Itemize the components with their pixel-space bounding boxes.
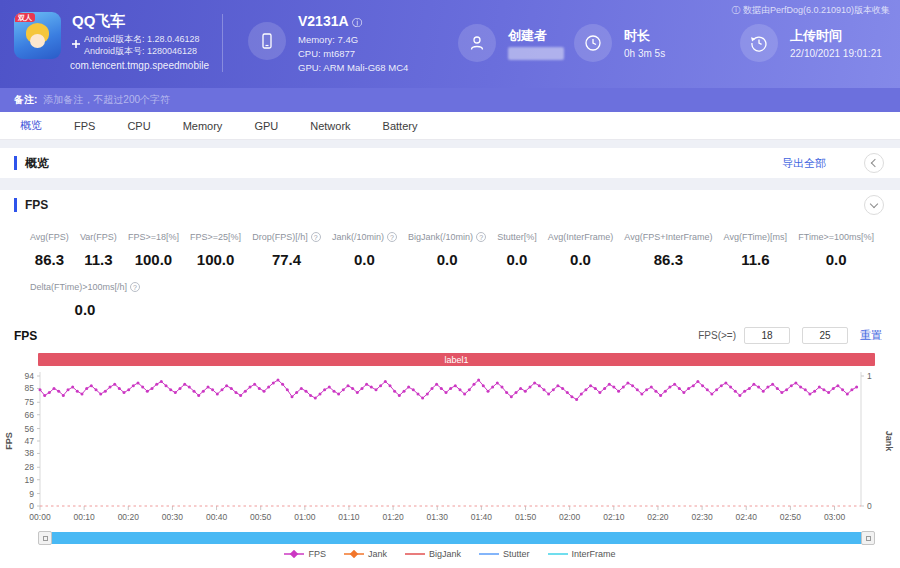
help-icon[interactable]: ? [130,282,140,292]
slider-right-handle[interactable] [861,531,875,545]
help-icon[interactable]: ? [476,232,486,242]
app-version-block: Android版本名: 1.28.0.46128 Android版本号: 128… [84,33,200,57]
metric-label: Avg(InterFrame) [548,232,613,242]
metric-value: 11.6 [724,251,788,268]
fps-threshold-input-2[interactable] [802,327,848,344]
reset-link[interactable]: 重置 [860,328,882,343]
help-icon[interactable]: ? [387,232,397,242]
svg-text:94: 94 [25,371,35,381]
note-placeholder[interactable]: 添加备注，不超过200个字符 [43,93,170,107]
fps-section-title: FPS [25,198,48,212]
creator-label: 创建者 [508,27,547,45]
export-all-link[interactable]: 导出全部 [782,156,826,171]
main-tabbar: 概览FPSCPUMemoryGPUNetworkBattery [0,112,900,140]
slider-left-handle[interactable] [38,531,52,545]
collapse-left-button[interactable] [864,153,884,173]
note-bar[interactable]: 备注: 添加备注，不超过200个字符 [0,88,900,112]
metric-Avg(InterFrame): Avg(InterFrame)0.0 [548,232,613,268]
collapse-down-button[interactable] [864,195,884,215]
help-icon[interactable]: ? [311,232,321,242]
duration-label: 时长 [624,27,650,45]
svg-text:02:40: 02:40 [736,512,758,522]
svg-text:01:30: 01:30 [427,512,449,522]
svg-text:Jank: Jank [884,431,894,453]
svg-text:01:00: 01:00 [294,512,316,522]
legend-label: FPS [308,549,326,559]
upload-time-value: 22/10/2021 19:01:21 [790,48,882,59]
svg-text:02:30: 02:30 [691,512,713,522]
svg-text:02:20: 02:20 [647,512,669,522]
legend-swatch-icon [548,550,568,558]
metric-value: 0.0 [798,251,874,268]
section-accent [14,198,17,212]
device-cpu: CPU: mt6877 [298,47,408,61]
svg-text:01:10: 01:10 [338,512,360,522]
legend-label: BigJank [429,549,461,559]
metric-FPS>=25[%]: FPS>=25[%]100.0 [190,232,241,268]
svg-text:FPS: FPS [4,432,14,450]
tab-Battery[interactable]: Battery [383,120,418,132]
chart-range-slider[interactable] [38,531,875,545]
svg-text:28: 28 [25,462,35,472]
metric-label: Jank(/10min)? [332,232,397,242]
metric-label: FPS>=18[%] [128,232,179,242]
metric-label: BigJank(/10min)? [408,232,486,242]
duration-value: 0h 3m 5s [624,48,665,59]
metric-value: 0.0 [30,301,140,318]
svg-text:19: 19 [25,475,35,485]
legend-item-Stutter[interactable]: Stutter [479,549,530,559]
tab-GPU[interactable]: GPU [254,120,278,132]
chevron-left-icon [871,159,879,167]
legend-item-BigJank[interactable]: BigJank [405,549,461,559]
metric-Drop(FPS)[/h]: Drop(FPS)[/h]?77.4 [252,232,321,268]
fps-line-chart[interactable]: 9485756656473828199010FPSJank00:0000:100… [0,366,900,524]
device-gpu: GPU: ARM Mali-G68 MC4 [298,61,408,75]
note-label: 备注: [14,93,37,107]
metric-FPS>=18[%]: FPS>=18[%]100.0 [128,232,179,268]
info-icon: ⓘ [731,5,740,15]
svg-text:56: 56 [25,424,35,434]
device-memory: Memory: 7.4G [298,33,408,47]
tab-概览[interactable]: 概览 [20,118,42,133]
tab-Network[interactable]: Network [310,120,350,132]
metric-Avg(FTime)[ms]: Avg(FTime)[ms]11.6 [724,232,788,268]
metric-Var(FPS): Var(FPS)11.3 [80,232,117,268]
svg-text:02:10: 02:10 [603,512,625,522]
svg-text:01:40: 01:40 [471,512,493,522]
metric-Avg(FPS): Avg(FPS)86.3 [30,232,69,268]
metric-label: Delta(FTime)>100ms[/h]? [30,282,140,292]
svg-text:0: 0 [867,501,872,511]
svg-text:00:00: 00:00 [29,512,51,522]
device-icon [248,22,286,60]
header-divider [222,14,223,72]
collector-version-note: ⓘ 数据由PerfDog(6.0.210910)版本收集 [731,4,890,17]
section-accent [14,156,17,170]
legend-swatch-icon [479,550,499,558]
metric-value: 100.0 [190,251,241,268]
svg-text:47: 47 [25,436,35,446]
scene-label-text: label1 [444,355,468,365]
upload-time-icon [740,24,778,62]
fps-section: FPS Avg(FPS)86.3Var(FPS)11.3FPS>=18[%]10… [0,190,900,568]
tab-FPS[interactable]: FPS [74,120,95,132]
metric-label: Stutter[%] [497,232,537,242]
fps-metrics-row1: Avg(FPS)86.3Var(FPS)11.3FPS>=18[%]100.0F… [0,232,900,268]
device-info-icon[interactable]: ⓘ [352,17,362,28]
fps-threshold-input-1[interactable] [744,327,790,344]
fps-threshold-label: FPS(>=) [698,330,736,341]
legend-label: Jank [368,549,387,559]
legend-item-FPS[interactable]: FPS [284,549,326,559]
app-title: QQ飞车 [72,12,125,31]
legend-item-Jank[interactable]: Jank [344,549,387,559]
metric-value: 0.0 [497,251,537,268]
tab-Memory[interactable]: Memory [183,120,223,132]
slider-bar[interactable] [44,532,869,544]
tab-CPU[interactable]: CPU [127,120,150,132]
legend-item-InterFrame[interactable]: InterFrame [548,549,616,559]
spacer [0,140,900,148]
legend-label: Stutter [503,549,530,559]
metric-Delta(FTime)>100ms[/h]: Delta(FTime)>100ms[/h]?0.0 [30,282,140,318]
chart-legend: FPSJankBigJankStutterInterFrame [0,549,900,559]
metric-value: 86.3 [30,251,69,268]
svg-text:00:40: 00:40 [206,512,228,522]
